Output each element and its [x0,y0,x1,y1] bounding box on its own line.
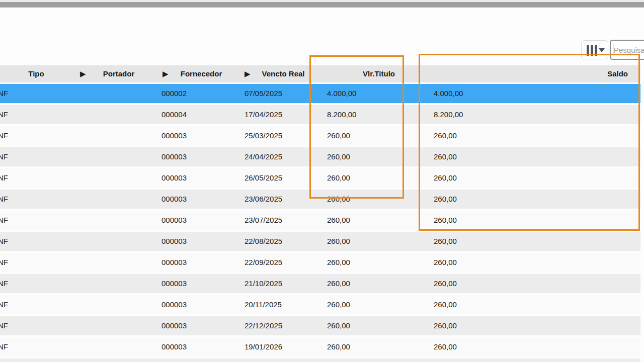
cell-vencto-real: 23/07/2025 [245,211,282,230]
cell-vencto-real: 24/04/2025 [245,147,282,166]
cell-fornecedor: 000003 [162,190,187,209]
partial-row [0,358,640,362]
cell-vencto-real: 19/01/2026 [245,337,282,356]
cell-saldo: 260,00 [434,211,457,230]
cell-tipo: NF [0,211,8,230]
table-row[interactable]: NF 000003 22/12/2025 260,00 260,00 [0,316,640,335]
table-row[interactable]: NF 000004 17/04/2025 8.200,00 8.200,00 [0,105,640,124]
cell-vlr-titulo: 4.000,00 [327,84,356,103]
table-row[interactable]: NF 000003 20/11/2025 260,00 260,00 [0,295,640,314]
cell-vencto-real: 20/11/2025 [245,295,282,314]
cell-vencto-real: 22/08/2025 [245,232,282,251]
column-header-vlr-titulo[interactable]: Vlr.Titulo [319,65,395,82]
cell-tipo: NF [0,126,8,145]
cell-tipo: NF [0,337,8,356]
cell-vlr-titulo: 260,00 [327,253,350,272]
cell-tipo: NF [0,168,8,188]
cursor-dot [602,84,605,86]
cell-vencto-real: 22/12/2025 [245,316,282,335]
cell-vlr-titulo: 260,00 [327,232,350,251]
search-input[interactable] [614,42,644,58]
cell-fornecedor: 000003 [162,126,187,145]
column-header-saldo[interactable]: Saldo [527,65,628,82]
cell-saldo: 260,00 [434,316,457,335]
column-header-tipo[interactable]: Tipo [0,65,72,82]
cell-saldo: 260,00 [434,295,457,314]
cell-vlr-titulo: 260,00 [327,337,350,356]
cell-tipo: NF [0,105,8,124]
cell-saldo: 260,00 [434,190,457,209]
cell-vencto-real: 23/06/2025 [245,190,282,209]
table-row[interactable]: NF 000003 19/01/2026 260,00 260,00 [0,337,640,356]
cell-vlr-titulo: 260,00 [327,316,350,335]
cell-vlr-titulo: 260,00 [327,126,350,145]
cell-saldo: 260,00 [434,253,457,272]
screen: Tipo ▶ Portador ▶ Fornecedor ▶ Vencto Re… [0,0,644,362]
table-row[interactable]: NF 000002 07/05/2025 4.000,00 4.000,00 [0,84,640,103]
cell-fornecedor: 000003 [162,147,187,166]
cell-vlr-titulo: 260,00 [327,147,350,166]
table-row[interactable]: NF 000003 25/03/2025 260,00 260,00 [0,126,640,145]
cell-fornecedor: 000003 [162,253,187,272]
cell-tipo: NF [0,232,8,251]
columns-button[interactable] [581,40,608,59]
table-row[interactable]: NF 000003 24/04/2025 260,00 260,00 [0,147,640,166]
cell-vencto-real: 25/03/2025 [245,126,282,145]
table-row[interactable]: NF 000003 23/06/2025 260,00 260,00 [0,190,640,209]
grid-header: Tipo ▶ Portador ▶ Fornecedor ▶ Vencto Re… [0,65,640,82]
cell-vlr-titulo: 8.200,00 [327,105,356,124]
grid-body: NF 000002 07/05/2025 4.000,00 4.000,00 N… [0,84,640,358]
cell-vlr-titulo: 260,00 [327,190,350,209]
cell-saldo: 260,00 [434,147,457,166]
cell-vencto-real: 21/10/2025 [245,274,282,293]
column-header-fornecedor[interactable]: Fornecedor [165,65,237,82]
table-row[interactable]: NF 000003 23/07/2025 260,00 260,00 [0,211,640,230]
cell-fornecedor: 000002 [162,84,187,103]
cell-tipo: NF [0,190,8,209]
cell-tipo: NF [0,274,8,293]
table-row[interactable]: NF 000003 22/08/2025 260,00 260,00 [0,232,640,251]
table-row[interactable]: NF 000003 22/09/2025 260,00 260,00 [0,253,640,272]
column-header-portador[interactable]: Portador [83,65,155,82]
table-row[interactable]: NF 000003 21/10/2025 260,00 260,00 [0,274,640,293]
columns-icon [587,45,598,56]
cell-saldo: 260,00 [434,168,457,188]
cell-saldo: 260,00 [434,337,457,356]
cell-saldo: 8.200,00 [434,105,463,124]
cell-saldo: 260,00 [434,274,457,293]
cell-tipo: NF [0,84,8,103]
cell-tipo: NF [0,316,8,335]
cell-vlr-titulo: 260,00 [327,274,350,293]
cell-fornecedor: 000003 [162,316,187,335]
cell-vencto-real: 26/05/2025 [245,168,282,188]
search-box [610,40,644,60]
cell-vlr-titulo: 260,00 [327,168,350,188]
cell-tipo: NF [0,253,8,272]
cell-vencto-real: 07/05/2025 [245,84,282,103]
column-header-vencto-real[interactable]: Vencto Real [247,65,319,82]
chevron-down-icon [599,48,605,52]
cell-vencto-real: 22/09/2025 [245,253,282,272]
window-title-bar-strip [0,2,644,8]
cell-tipo: NF [0,295,8,314]
text-cursor [613,44,613,55]
cell-saldo: 260,00 [434,232,457,251]
cell-vlr-titulo: 260,00 [327,211,350,230]
cell-vencto-real: 17/04/2025 [245,105,282,124]
cell-saldo: 260,00 [434,126,457,145]
cell-saldo: 4.000,00 [434,84,463,103]
cell-fornecedor: 000004 [162,105,187,124]
cell-fornecedor: 000003 [162,274,187,293]
cell-fornecedor: 000003 [162,337,187,356]
cell-fornecedor: 000003 [162,232,187,251]
table-row[interactable]: NF 000003 26/05/2025 260,00 260,00 [0,168,640,188]
cell-tipo: NF [0,147,8,166]
cell-fornecedor: 000003 [162,295,187,314]
cell-fornecedor: 000003 [162,168,187,188]
cell-vlr-titulo: 260,00 [327,295,350,314]
cell-fornecedor: 000003 [162,211,187,230]
